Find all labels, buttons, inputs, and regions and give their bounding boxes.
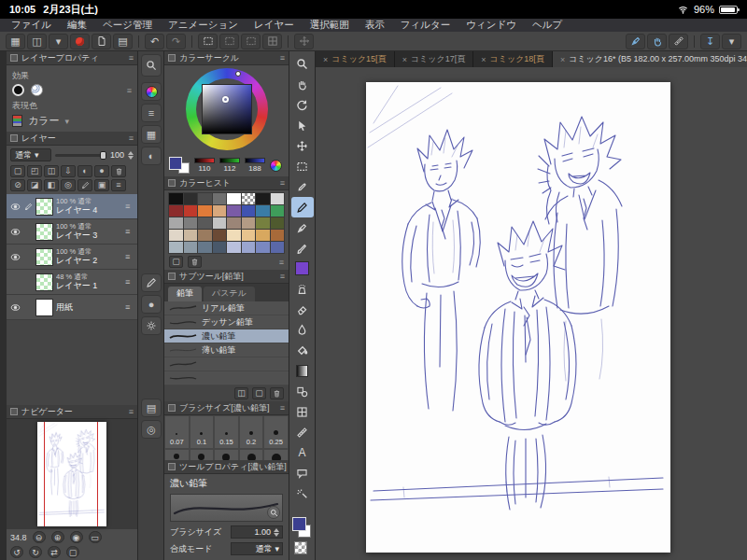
blend-mode-select[interactable]: 通常 ▾: [231, 542, 283, 555]
tool-fill-bucket[interactable]: [291, 340, 314, 360]
brush-size-option[interactable]: [263, 449, 289, 460]
redo-icon[interactable]: ↷: [166, 34, 186, 49]
color-swatch[interactable]: [169, 217, 183, 229]
invert-selection-icon[interactable]: [241, 34, 261, 49]
menu-file[interactable]: ファイル: [11, 19, 51, 32]
transparent-color-swatch[interactable]: [294, 541, 307, 554]
page-manager-icon[interactable]: ▤: [113, 34, 133, 49]
color-swatch[interactable]: [169, 193, 183, 204]
layer-row-paper[interactable]: 用紙 ≡: [7, 295, 137, 320]
color-swatch[interactable]: [213, 217, 227, 229]
tool-property-header[interactable]: ツールプロパティ[濃い鉛筆] ≡: [164, 460, 289, 474]
actual-size-icon[interactable]: ◉: [70, 531, 83, 543]
preview-magnifier-icon[interactable]: [267, 506, 280, 519]
add-color-icon[interactable]: ▢: [169, 256, 183, 268]
color-swatch[interactable]: [256, 205, 270, 217]
new-subtool-icon[interactable]: ▢: [252, 387, 266, 399]
duplicate-layer-icon[interactable]: ◫: [44, 165, 59, 177]
brush-size-option[interactable]: 0.25: [263, 415, 289, 449]
color-swatch[interactable]: [271, 242, 285, 253]
panel-menu-icon[interactable]: ≡: [129, 133, 134, 143]
color-swatch[interactable]: [198, 193, 212, 204]
canvas-tab[interactable]: × コミック17[頁: [395, 51, 474, 67]
layer-panel-header[interactable]: レイヤー ≡: [7, 132, 137, 146]
current-color-indicator[interactable]: [295, 261, 309, 275]
color-swatch[interactable]: [213, 230, 227, 241]
new-layer-icon[interactable]: ▢: [10, 165, 25, 177]
color-swatch[interactable]: [256, 217, 270, 229]
rotate-left-icon[interactable]: ↺: [10, 546, 23, 558]
color-swatch[interactable]: [271, 205, 285, 217]
layer-row-menu-icon[interactable]: ≡: [125, 277, 134, 287]
delete-color-icon[interactable]: [188, 256, 202, 268]
layer-row[interactable]: 100 % 通常 レイヤー 4 ≡: [7, 194, 137, 219]
color-circle-header[interactable]: カラーサークル ≡: [164, 51, 289, 65]
rotate-right-icon[interactable]: ↻: [29, 546, 42, 558]
main-color-swatch[interactable]: [292, 517, 306, 531]
brush-size-option[interactable]: [190, 449, 215, 460]
transform-icon[interactable]: [294, 34, 314, 49]
layer-row-menu-icon[interactable]: ≡: [125, 202, 134, 211]
subtool-dock-icon[interactable]: [141, 273, 162, 292]
opacity-slider[interactable]: [55, 154, 106, 157]
pen-settings-icon[interactable]: [626, 34, 645, 49]
subtool-item-selected[interactable]: 濃い鉛筆: [164, 329, 289, 343]
sv-cursor[interactable]: [222, 96, 229, 103]
brush-size-option[interactable]: [239, 449, 264, 460]
color-swatch[interactable]: [256, 242, 270, 253]
color-swatch[interactable]: [169, 230, 183, 241]
tool-eyedropper[interactable]: [291, 176, 314, 197]
onion-skin-icon[interactable]: ▣: [94, 179, 109, 191]
flip-horizontal-icon[interactable]: ⇄: [48, 546, 61, 558]
layer-settings-icon[interactable]: ≡: [111, 179, 126, 191]
tool-pencil[interactable]: [291, 197, 314, 217]
panel-menu-icon[interactable]: ≡: [129, 407, 134, 416]
expression-color-chevron-icon[interactable]: ▾: [65, 117, 70, 126]
color-set-header[interactable]: カラーヒスト ≡: [164, 176, 289, 190]
canvas-tab-active[interactable]: × コミック16* (B5 182.00 x 257.00mm 350dpi 3…: [553, 51, 747, 67]
color-swatch[interactable]: [184, 230, 198, 241]
new-canvas-icon[interactable]: [92, 34, 111, 49]
tool-text[interactable]: A: [291, 442, 314, 463]
red-slider[interactable]: [194, 158, 215, 163]
tool-figure-shape[interactable]: [291, 381, 314, 401]
panel-menu-icon[interactable]: ≡: [280, 178, 285, 188]
menu-window[interactable]: ウィンドウ: [466, 19, 516, 32]
color-swatch[interactable]: [198, 242, 212, 253]
toolbar-chevron-icon[interactable]: ▾: [722, 34, 741, 49]
color-swatch[interactable]: [198, 230, 212, 241]
duplicate-subtool-icon[interactable]: ◫: [234, 387, 248, 399]
subtool-header[interactable]: サブツール[鉛筆] ≡: [164, 270, 289, 284]
tool-operation-cursor[interactable]: [291, 115, 314, 135]
brush-size-input[interactable]: 1.00: [231, 525, 283, 539]
color-set-menu-icon[interactable]: ≡: [279, 258, 284, 267]
subtool-item[interactable]: [164, 357, 289, 371]
tool-gradient[interactable]: [291, 360, 314, 381]
deselect-icon[interactable]: [198, 34, 218, 49]
subtool-item[interactable]: [164, 371, 289, 385]
layer-row[interactable]: 48 % 通常 レイヤー 1 ≡: [7, 270, 137, 295]
color-swatch[interactable]: [184, 193, 198, 204]
color-swatch[interactable]: [169, 205, 183, 217]
menu-filter[interactable]: フィルター: [401, 19, 450, 32]
color-swatch[interactable]: [242, 230, 256, 241]
layer-row[interactable]: 100 % 通常 レイヤー 2 ≡: [7, 245, 137, 270]
color-swatch[interactable]: [184, 242, 198, 253]
layer-row-menu-icon[interactable]: ≡: [125, 302, 134, 312]
layer-row-menu-icon[interactable]: ≡: [125, 252, 134, 261]
color-swatch[interactable]: [256, 230, 270, 241]
menu-layer[interactable]: レイヤー: [254, 19, 294, 32]
tool-auto-select-wand[interactable]: [291, 483, 314, 504]
color-swatch[interactable]: [169, 242, 183, 253]
tool-ruler[interactable]: [291, 422, 314, 442]
menu-help[interactable]: ヘルプ: [532, 19, 562, 32]
color-circle-dock-icon[interactable]: [141, 82, 162, 101]
brush-size-option[interactable]: 0.07: [164, 415, 190, 449]
tool-rotate-canvas[interactable]: [291, 94, 314, 115]
color-swatch[interactable]: [213, 242, 227, 253]
brush-size-option[interactable]: 0.15: [214, 415, 239, 449]
delete-layer-icon[interactable]: [111, 165, 126, 177]
tool-brush[interactable]: [291, 238, 314, 259]
blend-mode-dropdown[interactable]: 通常 ▾: [10, 148, 51, 161]
navigator-preview[interactable]: [37, 422, 106, 526]
